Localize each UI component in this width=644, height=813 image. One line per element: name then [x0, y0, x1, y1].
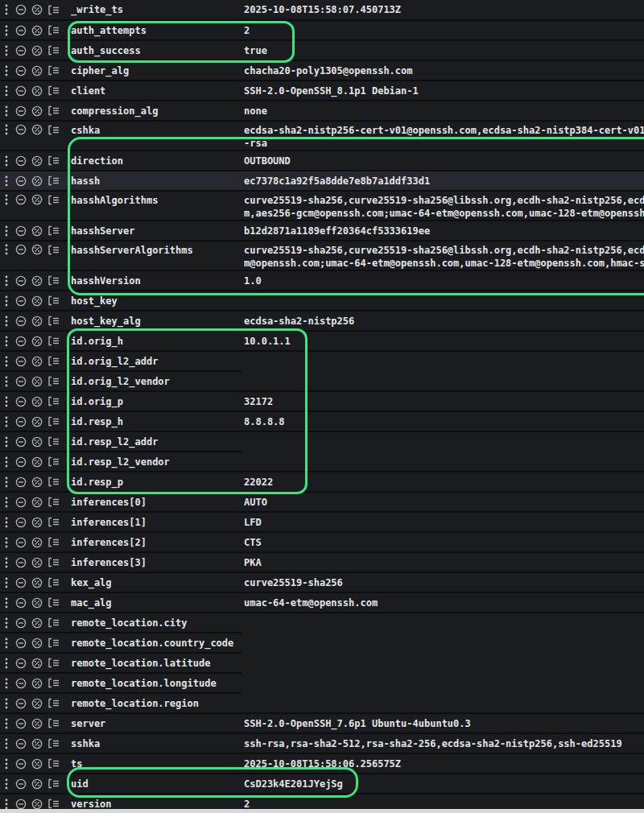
circle-percent-icon[interactable]	[31, 155, 43, 167]
kebab-menu-icon[interactable]	[5, 557, 8, 568]
field-name[interactable]: compression_alg	[71, 105, 244, 118]
circle-percent-icon[interactable]	[31, 4, 43, 15]
circle-minus-icon[interactable]	[15, 799, 27, 810]
kebab-menu-icon[interactable]	[5, 45, 8, 56]
circle-minus-icon[interactable]	[15, 778, 27, 790]
toggle-column-icon[interactable]	[47, 617, 61, 628]
toggle-column-icon[interactable]	[47, 105, 61, 116]
circle-minus-icon[interactable]	[15, 4, 27, 15]
circle-percent-icon[interactable]	[31, 275, 43, 287]
field-name[interactable]: cshka	[71, 122, 244, 137]
circle-minus-icon[interactable]	[15, 456, 27, 468]
circle-minus-icon[interactable]	[15, 477, 27, 488]
field-name[interactable]: hassh	[71, 175, 244, 188]
kebab-menu-icon[interactable]	[5, 155, 8, 167]
toggle-column-icon[interactable]	[47, 5, 61, 15]
circle-percent-icon[interactable]	[31, 124, 43, 135]
toggle-column-icon[interactable]	[47, 517, 61, 527]
kebab-menu-icon[interactable]	[5, 477, 8, 488]
toggle-column-icon[interactable]	[47, 436, 61, 447]
circle-percent-icon[interactable]	[31, 25, 43, 36]
kebab-menu-icon[interactable]	[5, 658, 8, 669]
toggle-column-icon[interactable]	[47, 396, 61, 406]
field-name[interactable]: id.orig_p	[71, 395, 244, 408]
toggle-column-icon[interactable]	[47, 275, 61, 286]
field-name[interactable]: hasshServerAlgorithms	[71, 241, 244, 257]
field-name[interactable]: mac_alg	[71, 596, 244, 609]
toggle-column-icon[interactable]	[47, 678, 61, 688]
circle-percent-icon[interactable]	[31, 678, 43, 689]
circle-percent-icon[interactable]	[31, 638, 43, 649]
field-name[interactable]: hasshVersion	[71, 274, 244, 287]
circle-minus-icon[interactable]	[15, 678, 27, 689]
circle-percent-icon[interactable]	[31, 577, 43, 588]
circle-percent-icon[interactable]	[31, 698, 43, 709]
field-name[interactable]: ts	[71, 757, 244, 770]
toggle-column-icon[interactable]	[47, 537, 61, 547]
kebab-menu-icon[interactable]	[5, 517, 8, 528]
circle-percent-icon[interactable]	[31, 497, 43, 508]
circle-minus-icon[interactable]	[15, 638, 27, 649]
kebab-menu-icon[interactable]	[5, 225, 8, 237]
circle-minus-icon[interactable]	[15, 194, 27, 205]
kebab-menu-icon[interactable]	[5, 336, 8, 347]
circle-percent-icon[interactable]	[31, 336, 43, 347]
kebab-menu-icon[interactable]	[5, 456, 8, 468]
toggle-column-icon[interactable]	[47, 376, 61, 386]
kebab-menu-icon[interactable]	[5, 85, 8, 97]
kebab-menu-icon[interactable]	[5, 316, 8, 327]
field-name[interactable]: remote_location.latitude	[71, 657, 244, 670]
kebab-menu-icon[interactable]	[5, 638, 8, 649]
toggle-column-icon[interactable]	[47, 125, 61, 135]
circle-minus-icon[interactable]	[15, 85, 27, 97]
field-name[interactable]: inferences[2]	[71, 536, 244, 549]
kebab-menu-icon[interactable]	[5, 4, 8, 15]
field-name[interactable]: client	[71, 85, 244, 97]
circle-percent-icon[interactable]	[31, 225, 43, 237]
field-name[interactable]: id.resp_p	[71, 476, 244, 489]
field-name[interactable]: id.orig_h	[71, 335, 244, 348]
toggle-column-icon[interactable]	[47, 356, 61, 366]
circle-minus-icon[interactable]	[15, 396, 27, 407]
kebab-menu-icon[interactable]	[5, 738, 8, 749]
circle-percent-icon[interactable]	[31, 718, 43, 729]
kebab-menu-icon[interactable]	[5, 175, 8, 187]
kebab-menu-icon[interactable]	[5, 396, 8, 407]
toggle-column-icon[interactable]	[47, 316, 61, 326]
field-name[interactable]: host_key_alg	[71, 315, 244, 328]
circle-minus-icon[interactable]	[15, 295, 27, 307]
field-name[interactable]: host_key	[71, 295, 244, 307]
field-name[interactable]: kex_alg	[71, 576, 244, 589]
circle-minus-icon[interactable]	[15, 577, 27, 588]
field-name[interactable]: id.resp_l2_addr	[71, 435, 244, 448]
circle-minus-icon[interactable]	[15, 65, 27, 76]
kebab-menu-icon[interactable]	[5, 25, 8, 36]
toggle-column-icon[interactable]	[47, 195, 61, 205]
circle-minus-icon[interactable]	[15, 155, 27, 167]
circle-percent-icon[interactable]	[31, 597, 43, 609]
circle-minus-icon[interactable]	[15, 376, 27, 387]
circle-percent-icon[interactable]	[31, 436, 43, 448]
kebab-menu-icon[interactable]	[5, 799, 8, 810]
circle-minus-icon[interactable]	[15, 105, 27, 117]
field-name[interactable]: auth_success	[71, 44, 244, 57]
field-name[interactable]: inferences[1]	[71, 516, 244, 529]
kebab-menu-icon[interactable]	[5, 577, 8, 588]
field-name[interactable]: inferences[3]	[71, 556, 244, 569]
field-name[interactable]: id.orig_l2_vendor	[71, 375, 244, 388]
circle-minus-icon[interactable]	[15, 244, 27, 255]
circle-minus-icon[interactable]	[15, 275, 27, 287]
kebab-menu-icon[interactable]	[5, 124, 8, 135]
circle-minus-icon[interactable]	[15, 758, 27, 770]
kebab-menu-icon[interactable]	[5, 678, 8, 689]
circle-percent-icon[interactable]	[31, 105, 43, 117]
circle-minus-icon[interactable]	[15, 316, 27, 327]
circle-minus-icon[interactable]	[15, 436, 27, 448]
kebab-menu-icon[interactable]	[5, 718, 8, 729]
toggle-column-icon[interactable]	[47, 738, 61, 749]
circle-minus-icon[interactable]	[15, 698, 27, 709]
circle-percent-icon[interactable]	[31, 517, 43, 528]
circle-minus-icon[interactable]	[15, 537, 27, 548]
toggle-column-icon[interactable]	[47, 456, 61, 467]
circle-percent-icon[interactable]	[31, 738, 43, 749]
